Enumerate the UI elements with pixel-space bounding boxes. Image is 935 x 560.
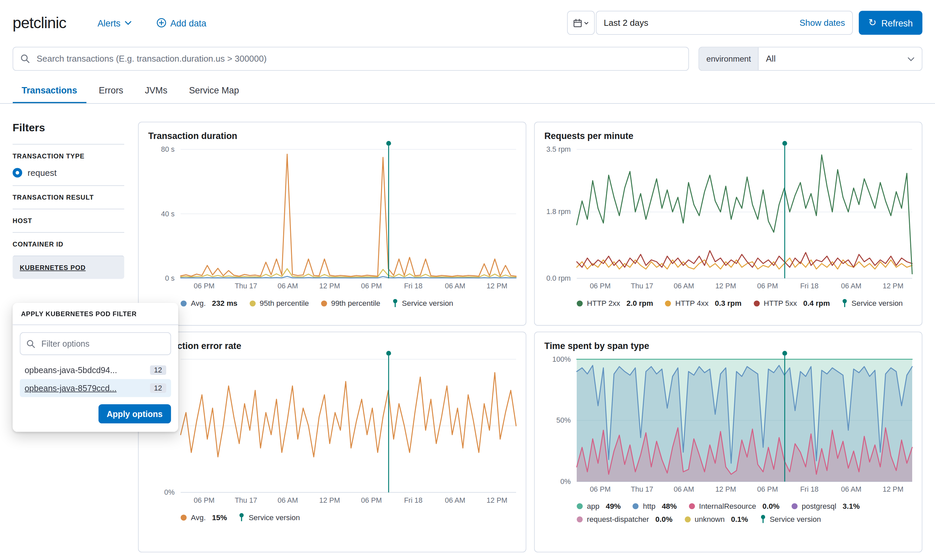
- alerts-label: Alerts: [97, 18, 121, 28]
- filter-transaction-result-label[interactable]: TRANSACTION RESULT: [13, 194, 124, 201]
- tab-bar: Transactions Errors JVMs Service Map: [0, 79, 935, 103]
- legend-item-service-version[interactable]: Service version: [239, 513, 300, 522]
- search-transactions-box[interactable]: [13, 47, 689, 71]
- tab-transactions[interactable]: Transactions: [13, 79, 86, 103]
- filter-section-kubernetes-pod[interactable]: KUBERNETES POD: [13, 255, 124, 279]
- legend-item-95th-percentile[interactable]: 95th percentile: [250, 299, 309, 308]
- requests-per-minute-panel: Requests per minute 3.5 rpm1.8 rpm0.0 rp…: [534, 122, 923, 326]
- legend-label: 95th percentile: [260, 299, 309, 308]
- apm-service-overview: petclinic Alerts Add data Last 2 days Sh…: [0, 0, 935, 560]
- pod-option-1[interactable]: opbeans-java-5bdcd94... 12: [20, 361, 171, 379]
- x-axis-label: 06 AM: [841, 485, 861, 494]
- tab-jvms[interactable]: JVMs: [136, 79, 176, 103]
- tab-service-map[interactable]: Service Map: [180, 79, 248, 103]
- refresh-button[interactable]: ↻ Refresh: [859, 11, 923, 35]
- add-data-link[interactable]: Add data: [157, 18, 206, 28]
- legend-item-service-version[interactable]: Service version: [842, 299, 903, 308]
- legend-item-http-5xx[interactable]: HTTP 5xx 0.4 rpm: [753, 299, 830, 308]
- y-axis-label: 0%: [560, 477, 571, 486]
- x-axis-label: 06 PM: [361, 282, 382, 291]
- legend-item-unknown[interactable]: unknown 0.1%: [684, 515, 748, 523]
- filter-kubernetes-pod-label[interactable]: KUBERNETES POD: [20, 264, 117, 271]
- transaction-error-rate-chart: 30%15%0% 06 PMThu 1706 AM12 PM06 PMFri 1…: [148, 359, 516, 526]
- legend-dot: [250, 300, 256, 306]
- filter-options-input[interactable]: [40, 338, 165, 349]
- time-spent-by-span-type-plot[interactable]: [577, 359, 912, 482]
- pod-option-label: opbeans-java-8579ccd...: [25, 383, 145, 393]
- legend-item-http-4xx[interactable]: HTTP 4xx 0.3 rpm: [665, 299, 742, 308]
- search-transactions-input[interactable]: [35, 53, 681, 64]
- legend-item-internalresource[interactable]: InternalResource 0.0%: [689, 502, 779, 511]
- legend-item-http[interactable]: http 48%: [633, 502, 676, 511]
- date-range-field[interactable]: Last 2 days Show dates: [596, 11, 853, 35]
- legend-dot: [792, 503, 798, 509]
- filter-section-transaction-type: TRANSACTION TYPE request: [13, 144, 124, 186]
- transaction-error-rate-plot[interactable]: [181, 359, 516, 493]
- requests-per-minute-plot[interactable]: [577, 149, 912, 278]
- legend-row: HTTP 2xx 2.0 rpmHTTP 4xx 0.3 rpmHTTP 5xx…: [577, 299, 912, 308]
- filter-container-id-label[interactable]: CONTAINER ID: [13, 240, 124, 248]
- calendar-button[interactable]: [567, 11, 595, 35]
- x-axis-label: 06 PM: [590, 485, 611, 494]
- refresh-label: Refresh: [881, 18, 913, 28]
- transaction-duration-plot[interactable]: [181, 149, 516, 278]
- y-axis-label: 3.5 rpm: [546, 145, 571, 154]
- alerts-menu[interactable]: Alerts: [97, 18, 131, 28]
- legend-item-request-dispatcher[interactable]: request-dispatcher 0.0%: [577, 515, 673, 523]
- x-axis-label: 06 PM: [194, 496, 214, 505]
- x-axis: 06 PMThu 1706 AM12 PM06 PMFri 1806 AM12 …: [181, 496, 516, 506]
- transaction-type-request-label: request: [28, 168, 57, 177]
- legend-item-service-version[interactable]: Service version: [393, 299, 453, 308]
- legend-label: HTTP 2xx: [587, 299, 620, 308]
- y-axis: 80 s40 s0 s: [148, 149, 181, 278]
- radio-selected-icon: [13, 168, 22, 177]
- x-axis-label: 06 AM: [674, 485, 694, 494]
- apply-options-button[interactable]: Apply options: [98, 404, 171, 423]
- transaction-duration-chart: 80 s40 s0 s 06 PMThu 1706 AM12 PM06 PMFr…: [148, 149, 516, 312]
- legend-value: 0.1%: [729, 515, 748, 523]
- y-axis-label: 0%: [164, 488, 175, 497]
- x-axis-label: Fri 18: [404, 496, 423, 505]
- app-header: petclinic Alerts Add data Last 2 days Sh…: [0, 0, 935, 46]
- legend-item-http-2xx[interactable]: HTTP 2xx 2.0 rpm: [577, 299, 653, 308]
- legend-label: unknown: [695, 515, 725, 523]
- environment-filter: environment All: [698, 47, 922, 71]
- service-version-pin-icon: [393, 299, 398, 308]
- legend-label: Service version: [249, 513, 300, 522]
- legend-item-service-version[interactable]: Service version: [760, 514, 821, 523]
- charts-grid: Transaction duration 80 s40 s0 s 06 PMTh…: [138, 122, 923, 552]
- tab-errors[interactable]: Errors: [90, 79, 132, 103]
- service-version-pin-icon: [842, 299, 847, 308]
- legend-dot: [577, 300, 583, 306]
- legend-item-avg-[interactable]: Avg. 15%: [181, 513, 227, 522]
- search-row: environment All: [0, 47, 935, 71]
- legend-item-99th-percentile[interactable]: 99th percentile: [321, 299, 380, 308]
- legend-item-app[interactable]: app 49%: [577, 502, 621, 511]
- show-dates-link[interactable]: Show dates: [799, 18, 845, 28]
- legend-label: 99th percentile: [331, 299, 380, 308]
- time-spent-by-span-type-legend: app 49%http 48%InternalResource 0.0%post…: [577, 502, 912, 528]
- x-axis: 06 PMThu 1706 AM12 PM06 PMFri 1806 AM12 …: [577, 485, 912, 495]
- filter-host-label[interactable]: HOST: [13, 217, 124, 224]
- transaction-error-rate-panel: Transaction error rate 30%15%0% 06 PMThu…: [138, 332, 527, 552]
- pod-option-2[interactable]: opbeans-java-8579ccd... 12: [20, 379, 171, 397]
- legend-label: HTTP 4xx: [675, 299, 709, 308]
- environment-select[interactable]: All: [759, 47, 922, 70]
- service-logo: petclinic: [13, 14, 66, 32]
- x-axis-label: 06 PM: [757, 485, 778, 494]
- transaction-type-request-option[interactable]: request: [13, 168, 124, 177]
- x-axis-label: 12 PM: [319, 496, 340, 505]
- filter-transaction-type-label[interactable]: TRANSACTION TYPE: [13, 152, 124, 159]
- pod-options-list: opbeans-java-5bdcd94... 12 opbeans-java-…: [20, 361, 171, 397]
- legend-dot: [684, 516, 690, 522]
- calendar-icon: [573, 18, 582, 28]
- transaction-duration-legend: Avg. 232 ms95th percentile99th percentil…: [181, 299, 516, 312]
- y-axis: 3.5 rpm1.8 rpm0.0 rpm: [544, 149, 577, 278]
- legend-item-postgresql[interactable]: postgresql 3.1%: [792, 502, 860, 511]
- environment-label: environment: [699, 47, 759, 70]
- filter-options-search[interactable]: [20, 332, 171, 355]
- x-axis-label: Fri 18: [800, 282, 819, 291]
- legend-item-avg-[interactable]: Avg. 232 ms: [181, 299, 237, 308]
- y-axis: 100%50%0%: [544, 359, 577, 482]
- legend-value: 0.0%: [760, 502, 779, 511]
